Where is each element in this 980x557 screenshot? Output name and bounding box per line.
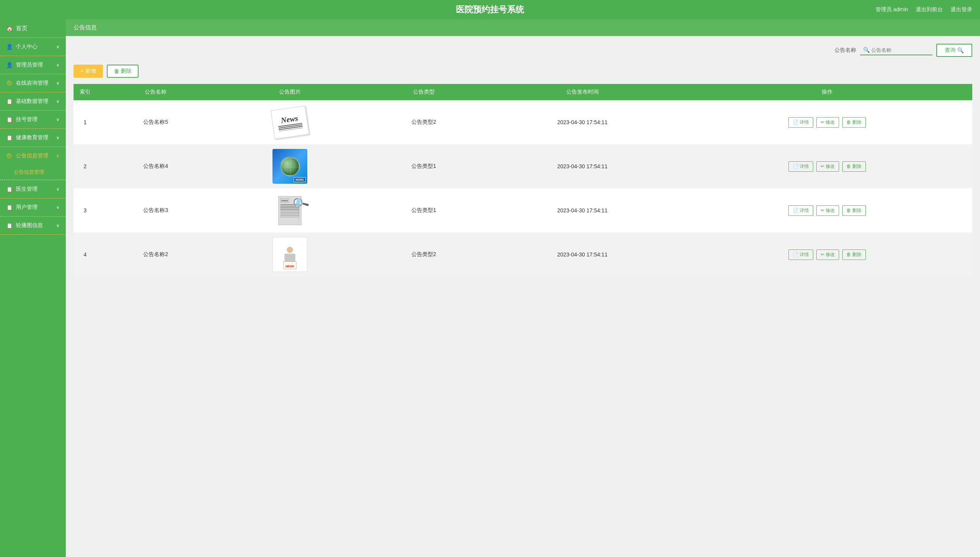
user-icon: 📋 — [6, 204, 13, 210]
banner-icon: 📋 — [6, 222, 13, 229]
detail-button-4[interactable]: 📄 详情 — [788, 249, 813, 260]
table-row: 3 公告名称3 news — [74, 188, 972, 232]
image-cell-1: News — [221, 105, 359, 140]
layout: 🏠 首页 👤 个人中心 ∨ 👤 管理员管理 ∨ 🟢 在线咨询管理 — [0, 19, 980, 557]
cell-time: 2023-04-30 17:54:11 — [483, 100, 682, 144]
cell-index: 4 — [74, 232, 97, 277]
cell-index: 2 — [74, 144, 97, 188]
edit-button-2[interactable]: ✏ 修改 — [816, 161, 839, 172]
personal-icon: 👤 — [6, 44, 13, 50]
edit-icon-4: ✏ — [821, 252, 824, 257]
sidebar-basic-label: 基础数据管理 — [16, 98, 56, 105]
header-right: 管理员 admin 退出到前台 退出登录 — [875, 6, 972, 13]
cell-type: 公告类型1 — [365, 144, 483, 188]
delete-button-4[interactable]: 🗑 删除 — [842, 249, 866, 260]
data-table: 索引 公告名称 公告图片 公告类型 公告发布时间 操作 1 公告名称5 — [74, 84, 972, 277]
cell-type: 公告类型2 — [365, 100, 483, 144]
pen-line — [298, 194, 299, 227]
cell-image: News — [215, 100, 365, 144]
cell-image: NEWS — [215, 232, 365, 277]
sidebar-banner-label: 轮播图信息 — [16, 222, 56, 229]
col-time: 公告发布时间 — [483, 84, 682, 100]
appt-icon: 📋 — [6, 116, 13, 123]
col-index: 索引 — [74, 84, 97, 100]
delete-button-1[interactable]: 🗑 删除 — [842, 117, 866, 128]
detail-button-1[interactable]: 📄 详情 — [788, 117, 813, 128]
col-image: 公告图片 — [215, 84, 365, 100]
sidebar-item-home[interactable]: 🏠 首页 — [0, 19, 66, 38]
sidebar-item-online-consult[interactable]: 🟢 在线咨询管理 ∨ — [0, 74, 66, 92]
detail-button-3[interactable]: 📄 详情 — [788, 205, 813, 216]
chevron-down-icon-7: ∨ — [56, 186, 60, 192]
sidebar-item-doctor-mgmt[interactable]: 📋 医生管理 ∨ — [0, 180, 66, 198]
col-name: 公告名称 — [97, 84, 215, 100]
sidebar-item-banner-mgmt[interactable]: 📋 轮播图信息 ∨ — [0, 217, 66, 235]
cell-ops: 📄 详情 ✏ 修改 🗑 删除 — [682, 232, 972, 277]
sidebar-doctor-label: 医生管理 — [16, 186, 56, 193]
sidebar-item-health-edu[interactable]: 📋 健康教育管理 ∨ — [0, 129, 66, 147]
news-image-1: News — [271, 106, 309, 139]
sidebar-item-notice-mgmt[interactable]: 🟢 公告信息管理 ∧ 公告信息管理 — [0, 147, 66, 180]
doc-icon-3: 📄 — [793, 208, 798, 213]
add-button[interactable]: + 新增 — [74, 65, 103, 78]
back-to-front-link[interactable]: 退出到前台 — [916, 6, 943, 13]
edit-icon: ✏ — [821, 120, 824, 125]
col-type: 公告类型 — [365, 84, 483, 100]
chevron-down-icon-2: ∨ — [56, 62, 60, 68]
sidebar-item-admin-mgmt[interactable]: 👤 管理员管理 ∨ — [0, 56, 66, 74]
cell-name: 公告名称3 — [97, 188, 215, 232]
chevron-up-icon: ∧ — [56, 153, 60, 159]
edit-icon-2: ✏ — [821, 164, 824, 169]
cell-ops: 📄 详情 ✏ 修改 🗑 删除 — [682, 144, 972, 188]
image-cell-4: NEWS — [221, 237, 359, 272]
edit-button-1[interactable]: ✏ 修改 — [816, 117, 839, 128]
add-btn-label: + 新增 — [81, 68, 96, 75]
cell-type: 公告类型1 — [365, 188, 483, 232]
header: 医院预约挂号系统 管理员 admin 退出到前台 退出登录 — [0, 0, 980, 19]
edit-button-4[interactable]: ✏ 修改 — [816, 249, 839, 260]
sidebar-appt-label: 挂号管理 — [16, 116, 56, 123]
news-image-3: news — [272, 194, 307, 227]
globe-graphic — [280, 157, 300, 176]
sidebar-item-appointment[interactable]: 📋 挂号管理 ∨ — [0, 111, 66, 129]
search-button[interactable]: 查询 🔍 — [936, 44, 972, 57]
delete-button-2[interactable]: 🗑 删除 — [842, 161, 866, 172]
logout-link[interactable]: 退出登录 — [951, 6, 972, 13]
page-header: 公告信息 — [66, 19, 980, 36]
chevron-down-icon: ∨ — [56, 44, 60, 50]
sidebar-personal-label: 个人中心 — [16, 43, 56, 50]
online-icon: 🟢 — [6, 80, 13, 86]
detail-button-2[interactable]: 📄 详情 — [788, 161, 813, 172]
table-header-row: 索引 公告名称 公告图片 公告类型 公告发布时间 操作 — [74, 84, 972, 100]
chevron-down-icon-6: ∨ — [56, 135, 60, 140]
cell-name: 公告名称5 — [97, 100, 215, 144]
news-image-2: NEWS — [272, 149, 307, 184]
cell-ops: 📄 详情 ✏ 修改 🗑 删除 — [682, 100, 972, 144]
col-ops: 操作 — [682, 84, 972, 100]
action-bar: + 新增 🗑 删除 — [74, 65, 972, 78]
sidebar-online-label: 在线咨询管理 — [16, 80, 56, 87]
edit-button-3[interactable]: ✏ 修改 — [816, 205, 839, 216]
sidebar-item-personal[interactable]: 👤 个人中心 ∨ — [0, 38, 66, 56]
sidebar-sub-notice: 公告信息管理 — [0, 165, 66, 180]
search-btn-label: 查询 — [945, 47, 956, 54]
chevron-down-icon-4: ∨ — [56, 99, 60, 104]
delete-button-3[interactable]: 🗑 删除 — [842, 205, 866, 216]
cell-name: 公告名称2 — [97, 232, 215, 277]
admin-label: 管理员 admin — [875, 6, 908, 13]
cell-type: 公告类型2 — [365, 232, 483, 277]
news-badge: NEWS — [294, 177, 306, 182]
search-icon: 🔍 — [863, 47, 870, 53]
sidebar-user-label: 用户管理 — [16, 204, 56, 211]
sidebar-notice-label: 公告信息管理 — [16, 152, 56, 159]
news-image-4: NEWS — [272, 237, 307, 272]
trash-icon: 🗑 — [114, 68, 119, 74]
sidebar-sub-notice-mgmt[interactable]: 公告信息管理 — [0, 165, 66, 180]
table-row: 4 公告名称2 — [74, 232, 972, 277]
search-input[interactable] — [871, 47, 929, 53]
sidebar-item-basic-data[interactable]: 📋 基础数据管理 ∨ — [0, 92, 66, 111]
sidebar-item-user-mgmt[interactable]: 📋 用户管理 ∨ — [0, 198, 66, 217]
batch-delete-button[interactable]: 🗑 删除 — [107, 65, 139, 78]
edit-icon-3: ✏ — [821, 208, 824, 213]
search-label: 公告名称 — [834, 47, 856, 54]
